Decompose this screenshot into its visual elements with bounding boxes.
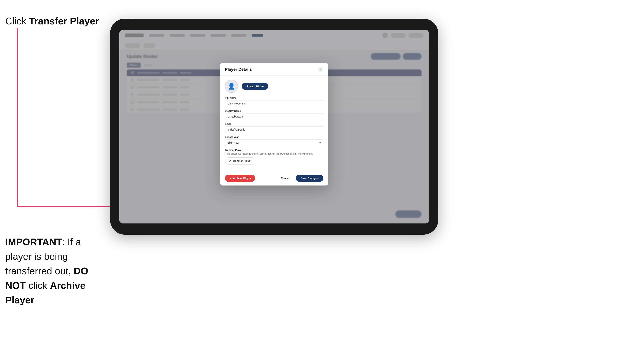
full-name-input[interactable] xyxy=(225,100,324,107)
display-name-group: Display Name xyxy=(225,110,324,120)
transfer-player-section: Transfer Player If this player has moved… xyxy=(225,149,324,165)
upload-photo-button[interactable]: Upload Photo xyxy=(242,83,268,90)
archive-player-button[interactable]: ⏷ Archive Player xyxy=(225,175,255,182)
transfer-icon: ⟳ xyxy=(229,159,231,163)
school-year-group: School Year First Year Second Year Third… xyxy=(225,136,324,146)
school-year-select[interactable]: First Year Second Year Third Year Fourth… xyxy=(225,139,324,146)
school-year-label: School Year xyxy=(225,136,324,138)
transfer-player-btn-label: Transfer Player xyxy=(232,160,252,162)
archive-player-btn-label: Archive Player xyxy=(233,177,251,180)
instruction-bottom: IMPORTANT: If a player is being transfer… xyxy=(5,235,110,307)
avatar-placeholder: 👤 xyxy=(225,80,238,93)
transfer-player-label: Transfer Player xyxy=(225,149,324,151)
email-input[interactable] xyxy=(225,126,324,133)
archive-icon: ⏷ xyxy=(229,177,232,180)
display-name-label: Display Name xyxy=(225,110,324,112)
modal-body: 👤 Upload Photo Full Name Display Name Em… xyxy=(220,76,328,172)
instruction-top-prefix: Click xyxy=(5,16,29,26)
transfer-player-description: If this player has moved to another scho… xyxy=(225,152,324,156)
instruction-click: click xyxy=(26,280,50,291)
modal-header: Player Details × xyxy=(220,63,328,76)
tablet-screen: Update Roster Roster Alumni xyxy=(119,30,429,223)
full-name-label: Full Name xyxy=(225,96,324,99)
instruction-top: Click Transfer Player xyxy=(5,15,99,27)
email-group: Email xyxy=(225,123,324,133)
instruction-important-label: IMPORTANT xyxy=(5,236,62,247)
modal-title: Player Details xyxy=(225,67,252,72)
player-details-modal: Player Details × 👤 Upload Photo Full Nam… xyxy=(220,63,328,185)
instruction-top-bold: Transfer Player xyxy=(29,16,99,26)
save-changes-button[interactable]: Save Changes xyxy=(296,175,324,182)
modal-close-button[interactable]: × xyxy=(318,67,324,72)
full-name-group: Full Name xyxy=(225,96,324,107)
photo-section: 👤 Upload Photo xyxy=(225,80,324,93)
tablet-device: Update Roster Roster Alumni xyxy=(110,19,438,235)
modal-footer: ⏷ Archive Player Cancel Save Changes xyxy=(220,172,328,185)
cancel-button[interactable]: Cancel xyxy=(277,175,294,182)
avatar-icon: 👤 xyxy=(228,83,235,90)
transfer-player-button[interactable]: ⟳ Transfer Player xyxy=(225,157,255,165)
display-name-input[interactable] xyxy=(225,113,324,120)
email-label: Email xyxy=(225,123,324,125)
